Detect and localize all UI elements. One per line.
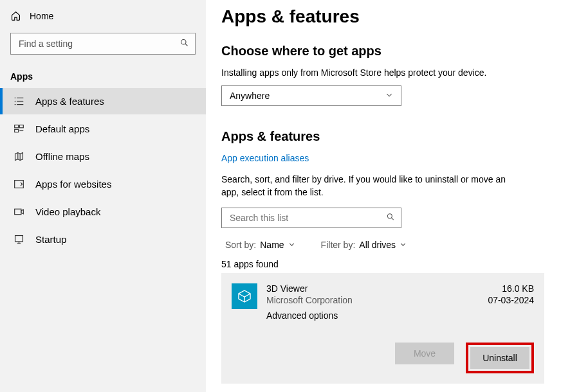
source-help-text: Installing apps only from Microsoft Stor… — [221, 67, 544, 78]
chevron-down-icon — [288, 240, 295, 250]
sidebar-item-label: Startup — [35, 234, 66, 245]
list-description: Search, sort, and filter by drive. If yo… — [221, 174, 524, 199]
main-content: Apps & features Choose where to get apps… — [206, 0, 570, 392]
sidebar-item-label: Apps & features — [35, 96, 104, 107]
sort-by-control[interactable]: Sort by: Name — [225, 240, 295, 250]
apps-features-icon — [13, 96, 24, 107]
chevron-down-icon — [400, 240, 407, 250]
svg-rect-17 — [15, 236, 23, 242]
app-source-dropdown[interactable]: Anywhere — [221, 85, 401, 106]
svg-rect-15 — [14, 209, 21, 215]
sidebar-item-label: Offline maps — [35, 151, 89, 162]
sidebar-item-apps-for-websites[interactable]: Apps for websites — [0, 171, 206, 197]
settings-search — [10, 33, 196, 55]
svg-marker-16 — [21, 209, 23, 214]
sidebar-item-video-playback[interactable]: Video playback — [0, 199, 206, 225]
settings-search-input[interactable] — [10, 33, 196, 55]
app-list-item[interactable]: 3D Viewer Microsoft Corporation Advanced… — [221, 273, 544, 384]
filters-row: Sort by: Name Filter by: All drives — [221, 240, 544, 250]
app-list-search — [221, 208, 401, 228]
filter-by-value: All drives — [359, 240, 396, 250]
chevron-down-icon — [385, 91, 393, 101]
svg-rect-8 — [14, 125, 18, 128]
sidebar-item-offline-maps[interactable]: Offline maps — [0, 143, 206, 170]
app-icon — [232, 283, 257, 309]
app-source-value: Anywhere — [230, 91, 270, 101]
advanced-options-link[interactable]: Advanced options — [266, 310, 338, 321]
app-install-date: 07-03-2024 — [488, 295, 534, 305]
apps-websites-icon — [13, 179, 24, 190]
home-icon — [10, 10, 21, 21]
source-heading: Choose where to get apps — [221, 44, 544, 58]
startup-icon — [13, 234, 24, 245]
sidebar-item-label: Default apps — [35, 123, 89, 134]
app-name: 3D Viewer — [266, 283, 488, 294]
uninstall-button[interactable]: Uninstall — [470, 347, 529, 369]
video-playback-icon — [13, 206, 24, 217]
home-button[interactable]: Home — [0, 6, 206, 25]
sidebar-item-label: Apps for websites — [35, 179, 111, 190]
home-label: Home — [30, 11, 53, 21]
sidebar-nav: Apps & features Default apps Offline map… — [0, 88, 206, 253]
sidebar-item-default-apps[interactable]: Default apps — [0, 116, 206, 142]
sort-by-label: Sort by: — [225, 240, 256, 250]
svg-rect-9 — [19, 125, 23, 128]
app-execution-aliases-link[interactable]: App execution aliases — [221, 153, 309, 163]
app-list-search-input[interactable] — [221, 208, 401, 228]
default-apps-icon — [13, 123, 24, 134]
sidebar-item-label: Video playback — [35, 206, 100, 217]
page-title: Apps & features — [221, 6, 544, 27]
move-button: Move — [395, 343, 454, 364]
sort-by-value: Name — [260, 240, 284, 250]
sidebar-item-apps-features[interactable]: Apps & features — [0, 88, 206, 114]
filter-by-control[interactable]: Filter by: All drives — [321, 240, 407, 250]
sidebar-section-label: Apps — [10, 71, 196, 82]
svg-rect-10 — [14, 129, 18, 132]
apps-count: 51 apps found — [221, 259, 544, 269]
filter-by-label: Filter by: — [321, 240, 356, 250]
app-size: 16.0 KB — [488, 283, 534, 294]
sidebar-item-startup[interactable]: Startup — [0, 226, 206, 253]
uninstall-highlight: Uninstall — [466, 343, 534, 373]
sidebar: Home Apps Apps & features Default apps O… — [0, 0, 206, 392]
apps-features-heading: Apps & features — [221, 129, 544, 144]
offline-maps-icon — [13, 151, 24, 162]
app-publisher: Microsoft Corporation — [266, 295, 488, 305]
